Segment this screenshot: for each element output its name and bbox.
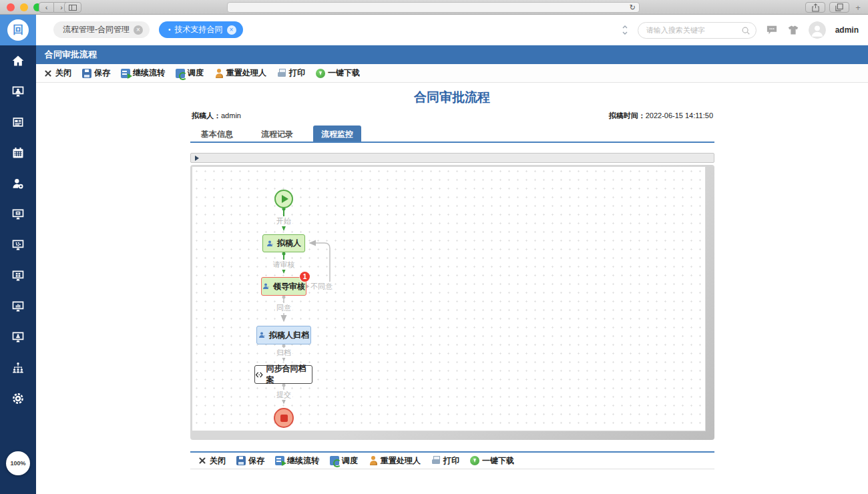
save-button[interactable]: 保存 <box>82 67 110 79</box>
tab-process-record[interactable]: 流程记录 <box>253 126 301 142</box>
print-button[interactable]: 打印 <box>277 67 305 79</box>
sidebar-item-news[interactable] <box>0 107 36 138</box>
download-button[interactable]: 一键下载 <box>470 455 514 467</box>
palette-collapse-toggle[interactable] <box>190 153 714 163</box>
close-label: 关闭 <box>210 455 226 467</box>
top-toolbar: 关闭 保存 继续流转 调度 重置处理人 打印 一键下载 <box>36 64 868 83</box>
tab-basic-info[interactable]: 基本信息 <box>193 126 241 142</box>
monitor-apps-icon <box>11 238 25 252</box>
reset-handler-button[interactable]: 重置处理人 <box>214 67 266 79</box>
search-input[interactable] <box>638 22 756 39</box>
reset-user-icon <box>214 69 224 78</box>
monitor-user-icon <box>11 330 25 344</box>
close-tab-icon[interactable]: × <box>227 25 236 35</box>
close-button[interactable]: 关闭 <box>43 67 71 79</box>
flow-node-sync-archive[interactable]: 同步合同档案 <box>254 365 312 384</box>
pending-count-badge[interactable]: 1 <box>300 272 310 282</box>
app-logo[interactable]: 回 <box>0 15 36 45</box>
flow-node-drafter[interactable]: 拟稿人 <box>262 234 305 252</box>
dispatch-label: 调度 <box>188 67 204 79</box>
tab-process-monitor[interactable]: 流程监控 <box>313 126 361 142</box>
printer-icon <box>277 69 286 78</box>
sidebar-item-monitor-user[interactable] <box>0 322 36 352</box>
sidebar-item-org-chart[interactable] <box>0 352 36 383</box>
play-icon <box>282 195 288 203</box>
flow-node-drafter-archive[interactable]: 拟稿人归档 <box>256 326 311 344</box>
continue-flow-button[interactable]: 继续流转 <box>275 455 319 467</box>
tabs-overview-button[interactable] <box>829 2 849 13</box>
sidebar-item-settings[interactable] <box>0 383 36 414</box>
save-button[interactable]: 保存 <box>236 455 264 467</box>
browser-sidebar-toggle[interactable] <box>64 2 81 13</box>
flow-node-label: 拟稿人归档 <box>269 330 309 341</box>
sidebar-item-user-settings[interactable] <box>0 168 36 199</box>
flow-node-start[interactable] <box>274 190 293 208</box>
flow-node-end[interactable] <box>274 408 294 428</box>
new-tab-button[interactable]: + <box>853 3 863 13</box>
download-label: 一键下载 <box>328 67 360 79</box>
calendar-icon <box>11 146 25 160</box>
workspace-tab-process-mgmt[interactable]: 流程管理-合同管理 × <box>53 21 150 38</box>
browser-back-button[interactable]: ‹ <box>39 2 54 13</box>
dispatch-button[interactable]: 调度 <box>330 455 358 467</box>
edge-label-disagree: 不同意 <box>309 282 334 292</box>
close-label: 关闭 <box>55 67 71 79</box>
sidebar-item-home[interactable] <box>0 45 36 76</box>
save-label: 保存 <box>248 455 264 467</box>
reload-icon[interactable]: ↻ <box>630 3 636 13</box>
browser-chrome: ‹ › ↻ + <box>0 0 868 15</box>
flow-node-leader-review[interactable]: 领导审核 <box>261 277 306 296</box>
share-button[interactable] <box>805 2 825 13</box>
tab-underline <box>190 142 714 143</box>
app-topbar: 流程管理-合同管理 × • 技术支持合同 × admin <box>36 15 868 45</box>
minimize-window-button[interactable] <box>20 3 28 11</box>
address-bar[interactable]: ↻ <box>227 2 640 13</box>
sidebar-item-monitor-grid[interactable] <box>0 260 36 291</box>
theme-shirt-icon[interactable] <box>787 25 799 35</box>
user-task-icon <box>262 282 270 290</box>
dispatch-label: 调度 <box>342 455 358 467</box>
close-button[interactable]: 关闭 <box>198 455 226 467</box>
sidebar-item-monitor-doc[interactable] <box>0 199 36 230</box>
dispatch-icon <box>176 69 185 78</box>
form-title: 合同审批流程 <box>36 89 868 106</box>
zoom-indicator[interactable]: 100% <box>6 451 30 475</box>
user-task-icon <box>266 240 274 248</box>
traffic-lights <box>7 3 41 11</box>
close-window-button[interactable] <box>7 3 15 11</box>
print-button[interactable]: 打印 <box>431 455 459 467</box>
sidebar-item-user-monitor[interactable] <box>0 76 36 107</box>
search-icon[interactable] <box>741 26 750 35</box>
workspace-tab-tech-support-contract[interactable]: • 技术支持合同 × <box>159 21 243 38</box>
download-label: 一键下载 <box>482 455 514 467</box>
messages-icon[interactable] <box>766 25 778 35</box>
print-label: 打印 <box>443 455 459 467</box>
flow-canvas-frame: 开始 拟稿人 请审核 领导审核 1 不同意 同意 拟稿人归档 归档 同步合同档案 <box>190 165 714 440</box>
sidebar-item-monitor-chart[interactable] <box>0 291 36 322</box>
flow-node-label: 同步合同档案 <box>266 363 312 386</box>
monitor-grid-icon <box>11 269 25 282</box>
sidebar-item-calendar[interactable] <box>0 138 36 168</box>
draft-time-info: 拟稿时间：2022-06-15 14:11:50 <box>609 111 713 121</box>
avatar[interactable] <box>809 21 826 39</box>
flow-canvas[interactable]: 开始 拟稿人 请审核 领导审核 1 不同意 同意 拟稿人归档 归档 同步合同档案 <box>192 166 706 431</box>
close-tab-icon[interactable]: × <box>134 25 143 35</box>
user-monitor-icon <box>11 85 25 98</box>
tabs-overview-icon <box>835 3 843 11</box>
drafter-info: 拟稿人：admin <box>192 111 241 121</box>
dispatch-button[interactable]: 调度 <box>176 67 204 79</box>
monitor-chart-icon <box>11 300 25 313</box>
flow-node-label: 拟稿人 <box>277 238 301 249</box>
screen: ‹ › ↻ + 回 流程管理-合同管理 × • 技术支持 <box>0 0 868 494</box>
settings-gear-icon <box>11 392 25 405</box>
continue-flow-button[interactable]: 继续流转 <box>121 67 165 79</box>
reset-handler-button[interactable]: 重置处理人 <box>369 455 421 467</box>
app-sidebar: 100% <box>0 45 36 494</box>
reset-handler-label: 重置处理人 <box>381 455 421 467</box>
reset-user-icon <box>369 456 378 465</box>
save-label: 保存 <box>94 67 110 79</box>
download-button[interactable]: 一键下载 <box>316 67 360 79</box>
sidebar-item-monitor-apps[interactable] <box>0 230 36 260</box>
tab-scroll-chevrons[interactable] <box>622 23 628 37</box>
user-task-icon <box>258 331 266 339</box>
